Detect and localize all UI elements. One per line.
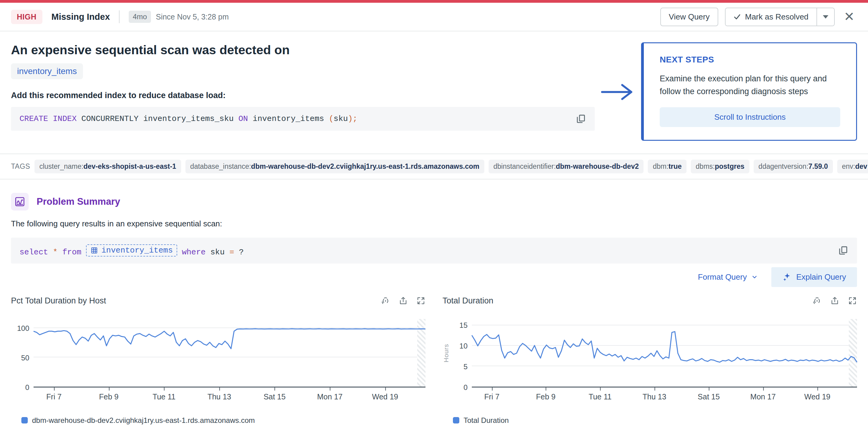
code-token: where xyxy=(182,248,206,257)
legend-swatch xyxy=(21,417,28,424)
tag-key: dbms xyxy=(696,162,715,170)
tag-value: true xyxy=(669,162,682,170)
x-tick-label: Feb 9 xyxy=(536,388,556,401)
tag-key: env xyxy=(842,162,855,170)
scope-icon[interactable] xyxy=(381,296,390,305)
tag-pill[interactable]: database_instancedbm-warehouse-db-dev2.c… xyxy=(185,160,484,173)
code-token xyxy=(177,248,182,257)
query-sql-code: select * from inventory_items where sku … xyxy=(20,244,244,257)
mark-resolved-split-button: Mark as Resolved xyxy=(725,8,835,26)
chevron-down-icon xyxy=(751,274,758,280)
tag-pill[interactable]: cluster_namedev-eks-shopist-a-us-east-1 xyxy=(34,160,181,173)
problem-summary-icon xyxy=(11,193,29,210)
tag-value: dev-eks-shopist-a-us-east-1 xyxy=(83,162,176,170)
series-line xyxy=(472,319,857,387)
code-token: ON xyxy=(239,114,248,123)
tag-pill[interactable]: dbmspostgres xyxy=(691,160,749,173)
explain-query-button[interactable]: Explain Query xyxy=(771,267,857,287)
x-tick-label: Fri 7 xyxy=(484,388,500,401)
copy-icon[interactable] xyxy=(838,245,848,256)
tags-label: TAGS xyxy=(11,162,30,171)
tag-pill[interactable]: dbmtrue xyxy=(648,160,686,173)
code-token xyxy=(48,248,53,257)
mark-resolved-dropdown-button[interactable] xyxy=(816,8,834,26)
problem-summary-section: Problem Summary The following query resu… xyxy=(0,193,868,287)
chart-pct-total-duration: Pct Total Duration by Host 050100 Fri 7F… xyxy=(11,296,426,425)
scope-icon[interactable] xyxy=(812,296,822,305)
expand-icon[interactable] xyxy=(416,296,426,305)
tag-pill[interactable]: ddagentversion7.59.0 xyxy=(754,160,833,173)
x-axis: Fri 7Feb 9Tue 11Thu 13Sat 15Mon 17Wed 19 xyxy=(34,388,426,405)
export-icon[interactable] xyxy=(830,296,839,305)
y-axis-title: Hours xyxy=(442,344,450,363)
x-tick-label: Sat 15 xyxy=(698,388,720,401)
index-code-block: CREATE INDEX CONCURRENTLY inventory_item… xyxy=(11,107,595,131)
chart-title: Total Duration xyxy=(442,296,494,306)
x-tick-label: Thu 13 xyxy=(207,388,231,401)
index-sql-code: CREATE INDEX CONCURRENTLY inventory_item… xyxy=(20,114,358,123)
tag-value: 7.59.0 xyxy=(808,162,828,170)
tag-key: database_instance xyxy=(190,162,251,170)
next-steps-card-body: Examine the execution plan for this quer… xyxy=(660,72,840,98)
code-token: ); xyxy=(348,114,358,123)
code-token: ? xyxy=(234,248,244,257)
header-divider xyxy=(119,10,120,23)
mark-resolved-button[interactable]: Mark as Resolved xyxy=(725,8,816,26)
severity-top-bar xyxy=(0,0,868,3)
tag-value: dbm-warehouse-db-dev2 xyxy=(556,162,639,170)
tags-list: cluster_namedev-eks-shopist-a-us-east-1d… xyxy=(34,160,868,173)
series-line xyxy=(34,319,426,387)
expand-icon[interactable] xyxy=(848,296,857,305)
x-tick-label: Wed 19 xyxy=(372,388,398,401)
problem-summary-description: The following query results in an expens… xyxy=(11,219,857,229)
recommendation-type-title: Missing Index xyxy=(52,12,110,22)
code-token: CONCURRENTLY inventory_items_sku xyxy=(76,114,239,123)
table-name-chip[interactable]: inventory_items xyxy=(11,63,83,79)
tag-key: dbm xyxy=(653,162,668,170)
x-tick-label: Feb 9 xyxy=(99,388,119,401)
view-query-button[interactable]: View Query xyxy=(660,8,718,26)
view-query-label: View Query xyxy=(669,12,710,22)
x-tick-label: Sat 15 xyxy=(264,388,285,401)
legend-label: Total Duration xyxy=(464,416,509,425)
check-icon xyxy=(734,13,741,21)
tag-value: postgres xyxy=(715,162,744,170)
code-token xyxy=(58,248,63,257)
y-axis: Hours 051015 xyxy=(442,319,472,388)
plot-area[interactable] xyxy=(472,319,857,388)
tag-pill[interactable]: envdev xyxy=(837,160,868,173)
sparkles-icon xyxy=(782,272,792,281)
scroll-to-instructions-button[interactable]: Scroll to Instructions xyxy=(660,107,840,127)
panel-header: HIGH Missing Index 4mo Since Nov 5, 3:28… xyxy=(0,3,868,31)
plot-area[interactable] xyxy=(34,319,426,388)
x-tick-label: Tue 11 xyxy=(589,388,612,401)
table-icon xyxy=(90,246,98,255)
y-tick-label: 10 xyxy=(459,342,468,351)
format-query-button[interactable]: Format Query xyxy=(698,272,757,282)
chart-legend[interactable]: dbm-warehouse-db-dev2.cviighkaj1ry.us-ea… xyxy=(21,416,426,425)
tag-pill[interactable]: dbinstanceidentifierdbm-warehouse-db-dev… xyxy=(489,160,644,173)
copy-icon[interactable] xyxy=(576,113,586,124)
query-code-block: select * from inventory_items where sku … xyxy=(11,238,857,264)
close-icon[interactable]: ✕ xyxy=(841,10,857,23)
format-query-label: Format Query xyxy=(698,272,747,282)
tag-value: dev xyxy=(855,162,867,170)
code-token: sku xyxy=(206,248,229,257)
x-tick-label: Fri 7 xyxy=(46,388,62,401)
explain-query-label: Explain Query xyxy=(796,272,846,282)
code-token: = xyxy=(229,248,234,257)
query-table-chip[interactable]: inventory_items xyxy=(86,244,177,257)
query-actions-row: Format Query Explain Query xyxy=(11,267,857,287)
age-badge: 4mo xyxy=(129,11,151,23)
x-tick-label: Wed 19 xyxy=(804,388,831,401)
export-icon[interactable] xyxy=(399,296,408,305)
y-tick-label: 5 xyxy=(464,363,468,371)
code-token: * xyxy=(53,248,58,257)
code-token xyxy=(82,248,86,257)
y-tick-label: 15 xyxy=(459,321,468,330)
chart-legend[interactable]: Total Duration xyxy=(453,416,857,425)
chart-title: Pct Total Duration by Host xyxy=(11,296,106,306)
tag-key: cluster_name xyxy=(39,162,83,170)
tags-row: TAGS cluster_namedev-eks-shopist-a-us-ea… xyxy=(0,154,868,179)
hero-section: An expensive sequential scan was detecte… xyxy=(0,31,868,141)
